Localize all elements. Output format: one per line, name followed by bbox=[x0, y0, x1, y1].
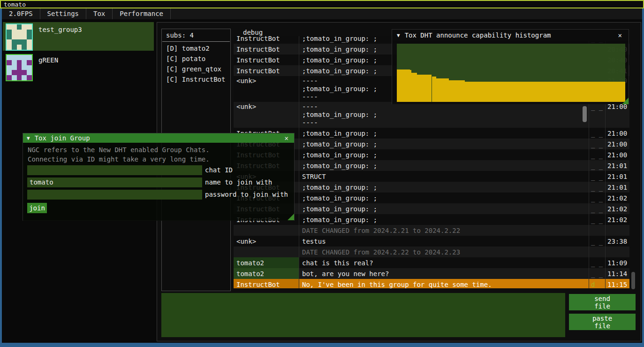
sidebar-item-green[interactable]: gREEN bbox=[3, 53, 154, 81]
message-status: _ _ bbox=[589, 160, 606, 171]
avatar-pixel bbox=[7, 75, 12, 80]
message-text: ;tomato_in_group: ; bbox=[299, 149, 589, 160]
message-author: InstructBot bbox=[234, 54, 299, 65]
avatar-pixel bbox=[12, 55, 17, 60]
avatar-pixel bbox=[17, 55, 22, 60]
message-row[interactable]: <unk>testus_ _23:38 bbox=[234, 236, 629, 247]
subscribers-count: subs: 4 bbox=[162, 29, 230, 41]
resize-grip-icon[interactable] bbox=[288, 214, 294, 220]
message-time bbox=[606, 247, 629, 257]
join-name-input[interactable] bbox=[27, 177, 202, 187]
message-text: ;tomato_in_group: ; bbox=[299, 182, 589, 193]
menu-item-tox[interactable]: Tox bbox=[86, 8, 113, 19]
dht-histogram-plot bbox=[397, 44, 625, 102]
resize-grip-icon[interactable] bbox=[622, 98, 629, 104]
avatar-pixel bbox=[22, 45, 27, 50]
message-text: testus bbox=[299, 236, 589, 247]
avatar-pixel bbox=[12, 30, 17, 35]
message-time: 21:00 bbox=[606, 102, 629, 128]
chat-id-label: chat ID bbox=[202, 166, 233, 174]
message-text: chat is this real? bbox=[299, 257, 589, 268]
dht-histogram-title: Tox DHT announce capability histogram bbox=[405, 31, 616, 39]
message-row[interactable]: DATE CHANGED from 2024.2.22 to 2024.2.23 bbox=[234, 247, 629, 257]
avatar-pixel bbox=[22, 35, 27, 40]
message-input[interactable] bbox=[161, 293, 565, 337]
collapse-icon[interactable]: ▼ bbox=[27, 135, 30, 141]
menu-bar: 2.0FPSSettingsToxPerformance bbox=[2, 8, 642, 19]
avatar-pixel bbox=[7, 24, 12, 30]
avatar-pixel bbox=[27, 55, 32, 60]
message-author: InstructBot bbox=[234, 65, 299, 76]
message-time: 21:01 bbox=[606, 171, 629, 182]
message-text: ;tomato_in_group: ; bbox=[299, 203, 589, 214]
avatar-pixel bbox=[17, 45, 22, 50]
collapse-icon[interactable]: ▼ bbox=[397, 32, 400, 39]
chat-id-input[interactable] bbox=[27, 165, 202, 175]
avatar-pixel bbox=[22, 75, 27, 80]
message-time: 21:00 bbox=[606, 128, 629, 139]
group-avatar bbox=[6, 54, 33, 81]
dht-histogram-window: ▼ Tox DHT announce capability histogram … bbox=[392, 29, 629, 104]
join-button[interactable]: join bbox=[27, 203, 47, 213]
dht-histogram-title-bar[interactable]: ▼ Tox DHT announce capability histogram … bbox=[392, 30, 629, 41]
message-text: ;tomato_in_group: ; bbox=[299, 193, 589, 203]
avatar-pixel bbox=[7, 65, 12, 70]
subscriber-item[interactable]: [C] InstructBot bbox=[162, 75, 230, 85]
message-row[interactable]: tomato2chat is this real?_ _11:09 bbox=[234, 257, 629, 268]
join-password-input[interactable] bbox=[27, 190, 202, 200]
message-status: _ _ bbox=[589, 203, 606, 214]
menu-item-performance[interactable]: Performance bbox=[113, 8, 171, 19]
avatar-pixel bbox=[27, 35, 32, 40]
subscriber-item[interactable]: [D] tomato2 bbox=[162, 44, 230, 54]
message-time: 23:38 bbox=[606, 236, 629, 247]
avatar-pixel bbox=[7, 55, 12, 60]
avatar-pixel bbox=[12, 39, 17, 45]
message-author: <unk> bbox=[234, 76, 299, 102]
message-text: No, I've been in this group for quite so… bbox=[299, 279, 589, 288]
menu-item-settings[interactable]: Settings bbox=[40, 8, 86, 19]
message-text: ;tomato_in_group: ; bbox=[299, 139, 589, 149]
message-text: DATE CHANGED from 2024.2.22 to 2024.2.23 bbox=[299, 247, 589, 257]
message-status: _ _ bbox=[589, 182, 606, 193]
message-author: tomato2 bbox=[234, 257, 299, 268]
menu-item-2-0fps[interactable]: 2.0FPS bbox=[2, 8, 40, 19]
histogram-bar bbox=[465, 82, 625, 102]
tab-debug[interactable]: debug bbox=[243, 29, 263, 36]
histogram-bar bbox=[397, 69, 410, 102]
join-group-title-bar[interactable]: ▼ Tox join Group ✕ bbox=[23, 133, 294, 143]
message-row[interactable]: InstructBotNo, I've been in this group f… bbox=[234, 279, 629, 288]
histogram-bar bbox=[449, 80, 465, 102]
message-time bbox=[606, 225, 629, 236]
message-text: ---- ;tomato_in_group: ; ---- bbox=[299, 102, 589, 128]
message-status: _ _ bbox=[589, 193, 606, 203]
send-file-button[interactable]: send file bbox=[569, 294, 636, 310]
subscriber-item[interactable]: [C] green_qtox bbox=[162, 64, 230, 75]
sidebar-item-test_group3[interactable]: test_group3 bbox=[3, 22, 154, 51]
avatar-pixel bbox=[22, 55, 27, 60]
message-author: InstructBot bbox=[234, 44, 299, 54]
message-author bbox=[234, 225, 299, 236]
dht-histogram-body bbox=[392, 41, 629, 104]
message-author: tomato2 bbox=[234, 268, 299, 279]
message-row[interactable]: tomato2bot, are you new here?_ _11:14 bbox=[234, 268, 629, 279]
paste-file-button[interactable]: paste file bbox=[569, 314, 636, 330]
window-scrollbar-thumb[interactable] bbox=[631, 272, 635, 289]
message-status: _ _ bbox=[589, 236, 606, 247]
message-row[interactable]: <unk>---- ;tomato_in_group: ; ----_ _21:… bbox=[234, 102, 629, 128]
group-avatar bbox=[6, 23, 33, 51]
chat-scrollbar-thumb[interactable] bbox=[583, 106, 587, 122]
message-text: ;tomato_in_group: ; bbox=[299, 128, 589, 139]
ngc-description-line: NGC refers to the New DHT enabled Group … bbox=[23, 145, 294, 154]
message-text: STRUCT bbox=[299, 171, 589, 182]
subscriber-item[interactable]: [C] potato bbox=[162, 54, 230, 64]
avatar-pixel bbox=[27, 45, 32, 50]
avatar-pixel bbox=[17, 30, 22, 35]
message-row[interactable]: DATE CHANGED from 2024.2.21 to 2024.2.22 bbox=[234, 225, 629, 236]
avatar-pixel bbox=[27, 70, 32, 75]
avatar-pixel bbox=[22, 39, 27, 45]
avatar-pixel bbox=[27, 24, 32, 30]
message-status: _ _ bbox=[589, 149, 606, 160]
close-icon[interactable]: ✕ bbox=[616, 31, 624, 39]
message-status: _ _ bbox=[589, 128, 606, 139]
close-icon[interactable]: ✕ bbox=[283, 134, 290, 142]
